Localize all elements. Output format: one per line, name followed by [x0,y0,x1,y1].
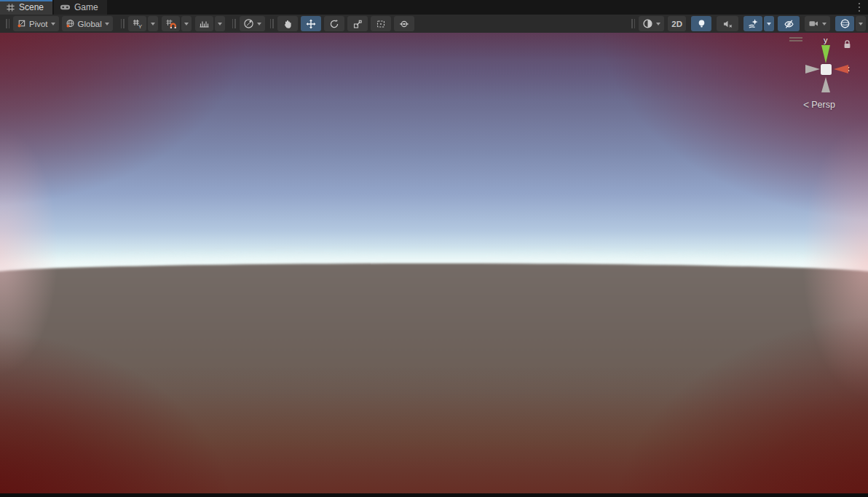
lightbulb-icon [697,19,706,29]
audio-mute-toggle-button[interactable] [717,16,738,31]
hand-icon [283,19,293,29]
scale-tool-button[interactable] [347,16,368,31]
shaded-sphere-icon [642,18,653,29]
effects-split [743,16,774,31]
chevron-down-icon [257,23,261,25]
chevron-down-icon [218,23,222,25]
gizmo-center-cube[interactable] [821,64,832,75]
2d-toggle-button[interactable]: 2D [668,16,686,31]
grid-visibility-dropdown[interactable] [148,16,158,31]
scene-toolbar: Pivot Global Y [0,15,868,33]
window-bottom-edge [0,493,868,497]
rect-tool-icon [376,19,386,29]
global-dropdown[interactable]: Global [62,16,113,31]
grid-visibility-split: Y [128,16,158,31]
chevron-down-icon [51,23,55,25]
gizmo-sphere-icon [840,18,851,29]
rotate-icon [329,19,339,29]
axis-y-cone[interactable] [821,45,830,63]
scene-grid-icon [6,3,15,12]
global-label: Global [78,20,102,28]
eye-slash-icon [784,19,794,29]
axis-x-cone[interactable] [834,65,848,73]
view-hand-tool-button[interactable] [277,16,298,31]
projection-mode-button[interactable]: < Persp [803,100,835,110]
pivot-dropdown[interactable]: Pivot [13,16,59,31]
increment-snap-ruler-icon [199,19,210,29]
scene-viewport[interactable]: y x < Persp [0,33,868,493]
snap-to-grid-button[interactable] [162,16,180,31]
hidden-objects-toggle-button[interactable] [778,16,800,31]
transform-tools-group [277,16,414,31]
camera-overlay-dropdown[interactable] [805,16,830,31]
tab-scene-label: Scene [19,2,44,12]
lighting-toggle-button[interactable] [691,16,711,31]
overlay-drag-handle[interactable] [6,19,9,28]
gizmos-dropdown[interactable] [856,16,866,31]
axis-y-label: y [824,36,828,44]
persp-label: Persp [811,100,835,110]
snap-to-grid-split [162,16,192,31]
lock-icon[interactable] [843,39,852,49]
overlay-drag-handle[interactable] [631,19,635,28]
transform-combined-icon [399,19,409,29]
overlay-drag-handle[interactable] [121,19,125,28]
tab-scene[interactable]: Scene [0,0,52,15]
window-menu-kebab-icon[interactable] [851,0,868,15]
overlay-drag-handle[interactable] [232,19,236,28]
persp-arrow-icon: < [803,100,809,110]
chevron-down-icon [184,23,189,25]
tab-game[interactable]: Game [54,0,107,15]
grid-axis-icon: Y [132,19,143,29]
effects-toggle-button[interactable] [743,16,762,31]
axis-neg-y-cone[interactable] [821,77,830,92]
snap-magnet-icon [165,19,176,29]
pivot-icon [17,19,26,28]
scale-icon [352,19,363,29]
ground-plane [0,263,868,493]
gizmos-split [835,16,866,31]
pivot-label: Pivot [29,20,48,28]
increment-snap-dropdown[interactable] [215,16,225,31]
custom-tool-dropdown[interactable] [240,16,265,31]
chevron-down-icon [859,23,863,25]
tab-bar: Scene Game [0,0,868,15]
chevron-down-icon [767,23,771,25]
speaker-muted-icon [722,19,733,29]
move-icon [306,19,316,29]
move-tool-button[interactable] [301,16,321,31]
chevron-down-icon [656,23,660,25]
grid-visibility-button[interactable]: Y [128,16,146,31]
chevron-down-icon [105,23,109,25]
2d-label: 2D [671,20,682,28]
globe-icon [66,19,75,28]
draw-mode-dropdown[interactable] [639,16,664,31]
effects-dropdown[interactable] [764,16,774,31]
rotate-tool-button[interactable] [324,16,344,31]
effects-sparkle-icon [748,18,759,29]
increment-snap-button[interactable] [195,16,213,31]
video-camera-icon [808,19,819,28]
rect-tool-button[interactable] [371,16,391,31]
transform-tool-button[interactable] [394,16,414,31]
tab-game-label: Game [74,2,98,12]
tool-settings-group: Pivot Global [13,16,113,31]
gizmos-toggle-button[interactable] [835,16,854,31]
increment-snap-split [195,16,225,31]
axis-neg-x-cone[interactable] [805,65,820,73]
grid-axis-letter: Y [138,23,143,29]
snap-to-grid-dropdown[interactable] [181,16,192,31]
view-options-group: 2D [628,16,866,31]
gamepad-icon [60,3,71,12]
custom-tool-pen-icon [243,18,254,29]
chevron-down-icon [822,23,826,25]
chevron-down-icon [151,23,155,25]
tabbar-spacer [107,0,851,15]
gizmo-overlay-handle[interactable] [789,37,802,43]
overlay-drag-handle[interactable] [270,19,274,28]
